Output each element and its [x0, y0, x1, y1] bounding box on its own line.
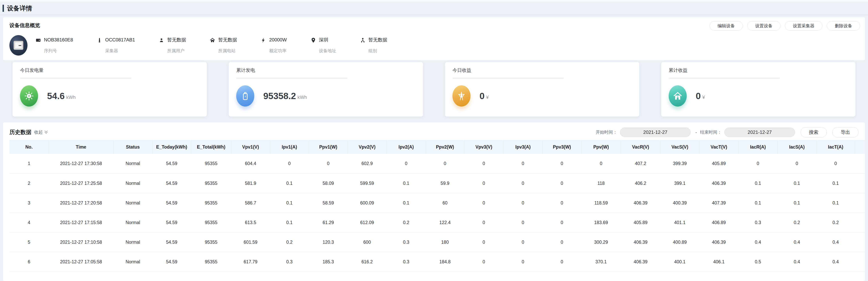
- table-cell: 0.1: [270, 193, 309, 213]
- lightning-icon: [260, 37, 267, 43]
- table-cell: 95355: [191, 174, 231, 193]
- column-header: E_Today(kWh): [152, 140, 191, 154]
- table-cell: 0.1: [386, 193, 426, 213]
- start-date-input[interactable]: 2021-12-27: [620, 128, 691, 137]
- table-cell: 616.2: [348, 252, 386, 272]
- serial-value: NOB38160E8: [44, 37, 73, 43]
- owner-user-value: 暂无数据: [167, 37, 186, 43]
- stat-card-total-revenue: 累计收益 0 ¥: [661, 62, 856, 117]
- table-cell: 399.39: [660, 154, 699, 174]
- table-cell: 0: [464, 154, 503, 174]
- table-header-row: No.TimeStatusE_Today(kWh)E_Total(kWh)Vpv…: [9, 140, 865, 154]
- table-cell: 406.39: [699, 174, 739, 193]
- table-cell: 183.69: [581, 213, 621, 232]
- table-cell: 0.1: [270, 213, 309, 232]
- end-date-input[interactable]: 2021-12-27: [724, 128, 795, 137]
- table-cell: [855, 252, 865, 272]
- search-button[interactable]: 搜索: [801, 127, 827, 137]
- collapse-label: 收起: [34, 129, 43, 135]
- table-cell: 0.1: [777, 174, 816, 193]
- table-cell: 0: [542, 252, 581, 272]
- inverter-icon: [35, 37, 41, 43]
- column-header: IacR(A): [739, 140, 777, 154]
- stat-unit: ¥: [486, 95, 489, 100]
- table-row: 62021-12-27 17:05:58Normal54.5995355617.…: [9, 252, 865, 272]
- plant-icon: [210, 37, 215, 43]
- table-cell: 0.3: [386, 232, 426, 252]
- column-header: Vpv2(V): [348, 140, 386, 154]
- table-cell: 184.8: [426, 252, 464, 272]
- table-cell: 602.9: [348, 154, 386, 174]
- table-cell: 2021-12-27 17:30:58: [49, 154, 114, 174]
- sun-energy-icon: [20, 85, 38, 106]
- table-cell: 0.3: [270, 252, 309, 272]
- table-cell: 1: [9, 154, 49, 174]
- table-cell: 54.59: [152, 232, 191, 252]
- page-title: 设备详情: [3, 5, 32, 12]
- column-header: Ipv2(A): [386, 140, 426, 154]
- table-cell: 612.09: [348, 213, 386, 232]
- table-cell: 0.2: [386, 213, 426, 232]
- column-header: IacT(A): [816, 140, 855, 154]
- column-header: Ipv3(A): [503, 140, 542, 154]
- table-cell: 406.39: [621, 193, 660, 213]
- stat-value: 54.6: [47, 91, 65, 101]
- table-cell: 95355: [191, 232, 231, 252]
- column-header: Ppv1(W): [309, 140, 348, 154]
- edit-device-button[interactable]: 编辑设备: [710, 21, 743, 30]
- plant-value: 暂无数据: [218, 37, 237, 43]
- inverter-image: [13, 41, 23, 50]
- info-item-serial: NOB38160E8 序列号: [35, 37, 73, 54]
- configure-device-button[interactable]: 设置设备: [747, 21, 780, 30]
- table-cell: 0.1: [739, 193, 777, 213]
- table-cell: 2021-12-27 17:25:58: [49, 174, 114, 193]
- table-cell: 406.2: [621, 174, 660, 193]
- export-button[interactable]: 导出: [832, 127, 859, 137]
- history-title: 历史数据: [9, 128, 31, 136]
- table-cell: 0: [542, 193, 581, 213]
- info-item-group: 暂无数据 组别: [360, 37, 387, 54]
- table-cell: 0.4: [777, 252, 816, 272]
- table-cell: 54.59: [152, 174, 191, 193]
- table-cell: 600: [348, 232, 386, 252]
- rated-power-label: 额定功率: [269, 48, 287, 54]
- table-cell: 0.1: [777, 193, 816, 213]
- table-cell: 0: [542, 213, 581, 232]
- table-cell: 0: [503, 232, 542, 252]
- column-header: Vpv1(V): [231, 140, 270, 154]
- table-row: 22021-12-27 17:25:58Normal54.5995355581.…: [9, 174, 865, 193]
- plant-label: 所属电站: [218, 48, 237, 54]
- collapse-toggle[interactable]: 收起: [34, 129, 49, 135]
- group-value: 暂无数据: [369, 37, 387, 43]
- date-range-separator: -: [695, 129, 697, 135]
- start-time-label: 开始时间：: [596, 129, 617, 135]
- table-cell: 0: [816, 154, 855, 174]
- table-cell: 0: [503, 213, 542, 232]
- table-cell: 5: [9, 232, 49, 252]
- page-header: 设备详情: [0, 2, 868, 15]
- table-cell: 406.89: [699, 213, 739, 232]
- table-cell: 0.4: [777, 232, 816, 252]
- stat-value: 0: [696, 91, 701, 101]
- table-cell: 118: [581, 174, 621, 193]
- table-cell: 4: [9, 213, 49, 232]
- table-cell: 300.29: [581, 232, 621, 252]
- configure-collector-button[interactable]: 设置采集器: [785, 21, 823, 30]
- column-header: Ipv1(A): [270, 140, 309, 154]
- table-cell: 406.1: [699, 252, 739, 272]
- table-cell: 95355: [191, 193, 231, 213]
- table-cell: 118.59: [581, 193, 621, 213]
- table-cell: 2021-12-27 17:15:58: [49, 213, 114, 232]
- table-cell: [855, 174, 865, 193]
- column-header: VacR(V): [621, 140, 660, 154]
- table-cell: 407.2: [621, 154, 660, 174]
- group-label: 组别: [369, 48, 387, 54]
- delete-device-button[interactable]: 删除设备: [827, 21, 860, 30]
- table-cell: 58.59: [309, 193, 348, 213]
- group-icon: [360, 37, 366, 43]
- column-header: E_Total(kWh): [191, 140, 231, 154]
- table-cell: 401.1: [660, 213, 699, 232]
- table-cell: 0: [464, 213, 503, 232]
- table-cell: 95355: [191, 213, 231, 232]
- column-header: Time: [49, 140, 114, 154]
